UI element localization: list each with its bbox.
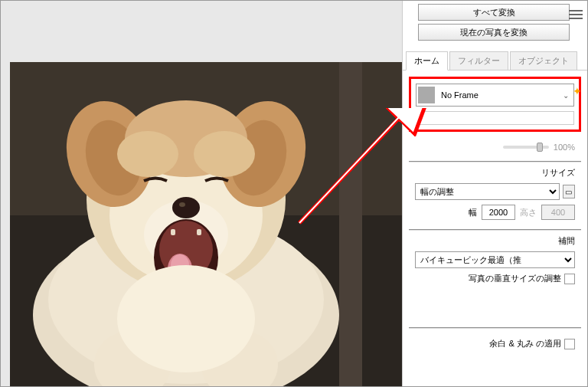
image-preview: [10, 62, 403, 387]
resize-options-button[interactable]: ▭: [563, 185, 575, 198]
margin-corner-checkbox[interactable]: [564, 339, 575, 349]
frame-swatch-icon: [418, 87, 435, 103]
resize-mode-select[interactable]: 幅の調整: [415, 183, 560, 200]
resize-title: リサイズ: [415, 167, 575, 179]
slider-handle[interactable]: [537, 143, 543, 152]
svg-point-16: [179, 202, 185, 207]
vertical-size-checkbox[interactable]: [564, 274, 575, 284]
convert-current-button[interactable]: 現在の写真を変換: [418, 24, 570, 41]
tab-bar: ホーム フィルター オブジェクト: [403, 50, 587, 71]
tab-object[interactable]: オブジェクト: [510, 51, 577, 70]
chevron-down-icon: ⌄: [563, 91, 569, 100]
svg-rect-21: [171, 229, 175, 235]
margin-corner-label: 余白 & 丸み の適用: [489, 338, 561, 349]
panel-menu-icon[interactable]: [569, 10, 583, 21]
resize-section: リサイズ 幅の調整 ▭ 幅 高さ: [409, 161, 581, 225]
tab-content: No Frame ⌄ ✦ 100% リサイズ 幅の調整 ▭ 幅 高: [403, 71, 587, 360]
frame-selected-label: No Frame: [441, 90, 563, 100]
width-input[interactable]: [482, 205, 515, 220]
vertical-size-label: 写真の垂直サイズの調整: [469, 273, 561, 284]
frame-select[interactable]: No Frame ⌄: [416, 84, 574, 107]
margin-corner-section: 余白 & 丸み の適用: [409, 327, 581, 354]
right-panel: すべて変換 現在の写真を変換 ホーム フィルター オブジェクト No Frame…: [402, 1, 587, 387]
frame-sub-select[interactable]: [416, 111, 574, 125]
height-input: [541, 205, 575, 220]
svg-point-25: [117, 265, 255, 372]
main-canvas-area: [1, 1, 403, 387]
svg-point-15: [172, 197, 200, 218]
canvas-viewport[interactable]: [10, 62, 403, 387]
svg-point-13: [194, 131, 255, 177]
svg-point-12: [117, 131, 178, 177]
interpolation-select[interactable]: バイキュービック最適（推: [415, 251, 575, 268]
star-icon: ✦: [573, 85, 582, 97]
height-label: 高さ: [520, 207, 537, 218]
opacity-slider[interactable]: [503, 146, 549, 149]
convert-all-button[interactable]: すべて変換: [418, 4, 570, 21]
width-label: 幅: [469, 207, 477, 218]
interpolation-title: 補間: [415, 235, 575, 247]
tab-home[interactable]: ホーム: [406, 51, 448, 71]
svg-rect-22: [197, 229, 201, 235]
photo-content: [10, 62, 403, 387]
opacity-value: 100%: [554, 143, 575, 152]
interpolation-section: 補間 バイキュービック最適（推 写真の垂直サイズの調整: [409, 229, 581, 289]
tab-filter[interactable]: フィルター: [449, 51, 508, 70]
svg-rect-2: [339, 62, 362, 387]
frame-highlight-annotation: No Frame ⌄ ✦: [409, 77, 581, 132]
